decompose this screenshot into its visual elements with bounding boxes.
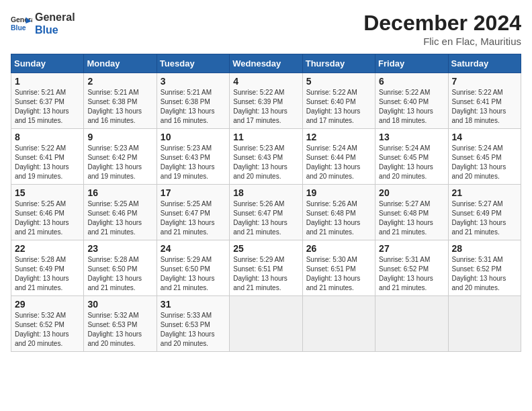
day-number: 23	[87, 243, 152, 254]
day-detail: Sunrise: 5:24 AMSunset: 6:45 PMDaylight:…	[379, 144, 444, 181]
day-number: 14	[452, 132, 517, 142]
day-detail: Sunrise: 5:27 AMSunset: 6:48 PMDaylight:…	[379, 199, 444, 237]
day-detail: Sunrise: 5:29 AMSunset: 6:51 PMDaylight:…	[233, 255, 298, 293]
day-number: 3	[161, 76, 226, 87]
day-number: 10	[161, 132, 226, 142]
day-detail: Sunrise: 5:22 AMSunset: 6:39 PMDaylight:…	[233, 88, 298, 126]
month-title: December 2024	[363, 11, 521, 36]
weekday-header-friday: Friday	[375, 54, 448, 73]
day-detail: Sunrise: 5:31 AMSunset: 6:52 PMDaylight:…	[452, 255, 517, 293]
calendar-cell: 5Sunrise: 5:22 AMSunset: 6:40 PMDaylight…	[302, 73, 375, 129]
calendar-cell	[375, 296, 448, 352]
calendar-cell: 7Sunrise: 5:22 AMSunset: 6:41 PMDaylight…	[448, 73, 521, 129]
day-number: 26	[306, 243, 371, 254]
day-detail: Sunrise: 5:30 AMSunset: 6:51 PMDaylight:…	[306, 255, 371, 293]
day-number: 9	[87, 132, 152, 142]
calendar-week-row: 8Sunrise: 5:22 AMSunset: 6:41 PMDaylight…	[11, 129, 521, 185]
day-number: 15	[15, 187, 80, 198]
calendar-cell: 8Sunrise: 5:22 AMSunset: 6:41 PMDaylight…	[11, 129, 84, 185]
calendar-cell: 30Sunrise: 5:32 AMSunset: 6:53 PMDayligh…	[84, 296, 157, 352]
day-detail: Sunrise: 5:29 AMSunset: 6:50 PMDaylight:…	[161, 255, 226, 293]
day-detail: Sunrise: 5:26 AMSunset: 6:48 PMDaylight:…	[306, 199, 371, 237]
logo-blue: Blue	[35, 24, 58, 36]
calendar-cell: 11Sunrise: 5:23 AMSunset: 6:43 PMDayligh…	[230, 129, 302, 185]
calendar-cell: 12Sunrise: 5:24 AMSunset: 6:44 PMDayligh…	[302, 129, 375, 185]
day-number: 21	[452, 187, 517, 198]
calendar-cell: 22Sunrise: 5:28 AMSunset: 6:49 PMDayligh…	[11, 240, 84, 296]
weekday-header-tuesday: Tuesday	[157, 54, 229, 73]
svg-text:Blue: Blue	[11, 24, 26, 32]
day-detail: Sunrise: 5:32 AMSunset: 6:53 PMDaylight:…	[87, 311, 152, 349]
calendar-cell: 23Sunrise: 5:28 AMSunset: 6:50 PMDayligh…	[84, 240, 157, 296]
calendar-cell: 28Sunrise: 5:31 AMSunset: 6:52 PMDayligh…	[448, 240, 521, 296]
day-detail: Sunrise: 5:23 AMSunset: 6:43 PMDaylight:…	[233, 144, 298, 181]
day-number: 30	[87, 299, 152, 310]
calendar-week-row: 15Sunrise: 5:25 AMSunset: 6:46 PMDayligh…	[11, 185, 521, 240]
day-detail: Sunrise: 5:25 AMSunset: 6:46 PMDaylight:…	[87, 199, 152, 237]
day-number: 19	[306, 187, 371, 198]
calendar-cell: 10Sunrise: 5:23 AMSunset: 6:43 PMDayligh…	[157, 129, 229, 185]
calendar-cell: 31Sunrise: 5:33 AMSunset: 6:53 PMDayligh…	[157, 296, 229, 352]
calendar-cell: 14Sunrise: 5:24 AMSunset: 6:45 PMDayligh…	[448, 129, 521, 185]
day-number: 18	[233, 187, 298, 198]
day-detail: Sunrise: 5:24 AMSunset: 6:45 PMDaylight:…	[452, 144, 517, 181]
day-detail: Sunrise: 5:21 AMSunset: 6:38 PMDaylight:…	[161, 88, 226, 126]
logo-general: General	[35, 11, 75, 23]
location-title: Flic en Flac, Mauritius	[363, 36, 521, 47]
logo-icon: General Blue	[11, 13, 32, 34]
day-detail: Sunrise: 5:22 AMSunset: 6:41 PMDaylight:…	[452, 88, 517, 126]
calendar-cell: 21Sunrise: 5:27 AMSunset: 6:49 PMDayligh…	[448, 185, 521, 240]
day-detail: Sunrise: 5:22 AMSunset: 6:40 PMDaylight:…	[379, 88, 444, 126]
calendar-cell: 24Sunrise: 5:29 AMSunset: 6:50 PMDayligh…	[157, 240, 229, 296]
day-number: 4	[233, 76, 298, 87]
day-detail: Sunrise: 5:22 AMSunset: 6:41 PMDaylight:…	[15, 144, 80, 181]
day-number: 24	[161, 243, 226, 254]
day-detail: Sunrise: 5:21 AMSunset: 6:38 PMDaylight:…	[87, 88, 152, 126]
calendar-cell: 17Sunrise: 5:25 AMSunset: 6:47 PMDayligh…	[157, 185, 229, 240]
logo: General Blue General Blue	[11, 11, 75, 36]
calendar-cell: 6Sunrise: 5:22 AMSunset: 6:40 PMDaylight…	[375, 73, 448, 129]
calendar-cell: 13Sunrise: 5:24 AMSunset: 6:45 PMDayligh…	[375, 129, 448, 185]
calendar-cell: 19Sunrise: 5:26 AMSunset: 6:48 PMDayligh…	[302, 185, 375, 240]
calendar-cell: 3Sunrise: 5:21 AMSunset: 6:38 PMDaylight…	[157, 73, 229, 129]
day-number: 31	[161, 299, 226, 310]
calendar-cell: 1Sunrise: 5:21 AMSunset: 6:37 PMDaylight…	[11, 73, 84, 129]
day-number: 28	[452, 243, 517, 254]
day-number: 5	[306, 76, 371, 87]
day-detail: Sunrise: 5:31 AMSunset: 6:52 PMDaylight:…	[379, 255, 444, 293]
day-detail: Sunrise: 5:21 AMSunset: 6:37 PMDaylight:…	[15, 88, 80, 126]
day-detail: Sunrise: 5:27 AMSunset: 6:49 PMDaylight:…	[452, 199, 517, 237]
calendar-cell: 15Sunrise: 5:25 AMSunset: 6:46 PMDayligh…	[11, 185, 84, 240]
day-number: 2	[87, 76, 152, 87]
calendar-cell	[230, 296, 302, 352]
weekday-header-monday: Monday	[84, 54, 157, 73]
logo-wordmark: General Blue	[35, 11, 75, 36]
weekday-header-wednesday: Wednesday	[230, 54, 302, 73]
day-detail: Sunrise: 5:25 AMSunset: 6:46 PMDaylight:…	[15, 199, 80, 237]
calendar-cell: 27Sunrise: 5:31 AMSunset: 6:52 PMDayligh…	[375, 240, 448, 296]
day-detail: Sunrise: 5:33 AMSunset: 6:53 PMDaylight:…	[161, 311, 226, 349]
day-number: 16	[87, 187, 152, 198]
weekday-header-thursday: Thursday	[302, 54, 375, 73]
calendar-cell: 26Sunrise: 5:30 AMSunset: 6:51 PMDayligh…	[302, 240, 375, 296]
day-number: 12	[306, 132, 371, 142]
day-number: 29	[15, 299, 80, 310]
day-number: 25	[233, 243, 298, 254]
day-detail: Sunrise: 5:24 AMSunset: 6:44 PMDaylight:…	[306, 144, 371, 181]
calendar-week-row: 29Sunrise: 5:32 AMSunset: 6:52 PMDayligh…	[11, 296, 521, 352]
calendar-cell: 18Sunrise: 5:26 AMSunset: 6:47 PMDayligh…	[230, 185, 302, 240]
day-number: 11	[233, 132, 298, 142]
calendar-cell: 2Sunrise: 5:21 AMSunset: 6:38 PMDaylight…	[84, 73, 157, 129]
calendar-cell	[302, 296, 375, 352]
calendar-cell: 29Sunrise: 5:32 AMSunset: 6:52 PMDayligh…	[11, 296, 84, 352]
calendar-cell: 25Sunrise: 5:29 AMSunset: 6:51 PMDayligh…	[230, 240, 302, 296]
calendar-cell: 16Sunrise: 5:25 AMSunset: 6:46 PMDayligh…	[84, 185, 157, 240]
day-number: 27	[379, 243, 444, 254]
day-number: 1	[15, 76, 80, 87]
header: General Blue General Blue December 2024 …	[11, 11, 521, 47]
day-detail: Sunrise: 5:23 AMSunset: 6:43 PMDaylight:…	[161, 144, 226, 181]
calendar-cell: 9Sunrise: 5:23 AMSunset: 6:42 PMDaylight…	[84, 129, 157, 185]
day-detail: Sunrise: 5:28 AMSunset: 6:49 PMDaylight:…	[15, 255, 80, 293]
day-number: 22	[15, 243, 80, 254]
day-detail: Sunrise: 5:28 AMSunset: 6:50 PMDaylight:…	[87, 255, 152, 293]
